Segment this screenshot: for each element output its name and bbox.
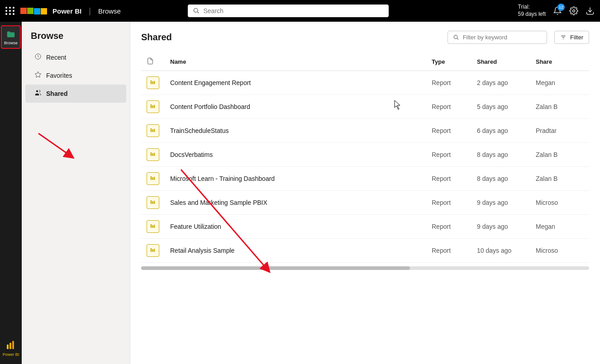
notifications-button[interactable]: 12 [553, 6, 562, 15]
apps-menu-button[interactable] [5, 7, 15, 15]
row-name-cell: Feature Utilization [165, 215, 426, 239]
row-type-cell: Report [426, 215, 471, 239]
row-name-cell: Content Engagement Report [165, 71, 426, 95]
search-input[interactable] [203, 7, 383, 14]
sidebar-item-favorites-label: Favorites [46, 72, 72, 79]
trial-line2: 59 days left [518, 11, 546, 18]
shared-icon [34, 89, 42, 98]
row-type-cell: Report [426, 71, 471, 95]
svg-rect-33 [151, 224, 152, 228]
row-icon-cell [141, 119, 165, 143]
row-shared-cell: 6 days ago [471, 119, 530, 143]
svg-rect-5 [10, 343, 11, 349]
powerbi-logo-icon [5, 340, 16, 351]
main-content-area: Shared Filter [130, 22, 600, 364]
row-icon-cell [141, 239, 165, 263]
svg-rect-17 [154, 81, 155, 84]
sidebar-item-recent[interactable]: Recent [25, 48, 126, 66]
svg-rect-30 [151, 200, 152, 204]
col-header-name[interactable]: Name [165, 53, 426, 71]
svg-rect-28 [152, 177, 153, 180]
filter-button[interactable]: Filter [554, 31, 589, 44]
page-header-title: Shared [141, 32, 172, 43]
table-row[interactable]: Sales and Marketing Sample PBIX Report 9… [141, 191, 589, 215]
svg-rect-22 [152, 129, 153, 132]
search-icon [193, 8, 200, 14]
row-sharedby-cell: Zalan B [530, 167, 589, 191]
horizontal-scrollbar[interactable] [141, 266, 589, 270]
filter-button-label: Filter [570, 34, 583, 41]
row-name-cell: Content Portfolio Dashboard [165, 95, 426, 119]
row-sharedby-cell: Megan [530, 215, 589, 239]
table-row[interactable]: Content Engagement Report Report 2 days … [141, 71, 589, 95]
col-header-icon [141, 53, 165, 71]
row-shared-cell: 8 days ago [471, 143, 530, 167]
table-row[interactable]: Microsoft Learn - Training Dashboard Rep… [141, 167, 589, 191]
report-icon [147, 100, 159, 113]
svg-rect-20 [154, 105, 155, 108]
report-icon [147, 148, 159, 161]
sidebar-item-shared[interactable]: Shared [25, 85, 126, 103]
shared-items-table: Name Type Shared Share [141, 53, 589, 263]
svg-rect-31 [152, 201, 153, 204]
row-shared-cell: 2 days ago [471, 71, 530, 95]
table-row[interactable]: Content Portfolio Dashboard Report 5 day… [141, 95, 589, 119]
row-type-cell: Report [426, 191, 471, 215]
filter-keyword-input[interactable] [463, 34, 541, 41]
row-shared-cell: 9 days ago [471, 215, 530, 239]
row-icon-cell [141, 143, 165, 167]
report-icon [147, 244, 159, 257]
global-search-bar [188, 5, 389, 17]
svg-rect-35 [154, 225, 155, 228]
row-sharedby-cell: Microso [530, 191, 589, 215]
svg-rect-27 [151, 176, 152, 180]
trial-info: Trial: 59 days left [518, 4, 546, 18]
svg-rect-15 [151, 80, 152, 84]
filter-search-icon [453, 34, 459, 41]
page-header: Shared Filter [141, 31, 589, 44]
icon-rail: Browse Power BI [0, 22, 22, 364]
svg-rect-32 [154, 201, 155, 204]
report-icon [147, 124, 159, 137]
table-row[interactable]: Retail Analysis Sample Report 10 days ag… [141, 239, 589, 263]
table-row[interactable]: Feature Utilization Report 9 days ago Me… [141, 215, 589, 239]
table-row[interactable]: TrainScheduleStatus Report 6 days ago Pr… [141, 119, 589, 143]
sidebar-item-shared-label: Shared [46, 90, 67, 97]
row-icon-cell [141, 191, 165, 215]
row-icon-cell [141, 167, 165, 191]
col-header-shared[interactable]: Shared [471, 53, 530, 71]
report-icon [147, 220, 159, 233]
svg-rect-29 [154, 177, 155, 180]
svg-line-11 [457, 38, 458, 39]
col-header-type[interactable]: Type [426, 53, 471, 71]
notification-badge: 12 [557, 4, 565, 11]
rail-browse-button[interactable]: Browse [1, 25, 21, 49]
svg-marker-8 [35, 71, 41, 77]
row-name-cell: Sales and Marketing Sample PBIX [165, 191, 426, 215]
table-row[interactable]: DocsVerbatims Report 8 days ago Zalan B [141, 143, 589, 167]
svg-rect-26 [154, 153, 155, 156]
row-shared-cell: 8 days ago [471, 167, 530, 191]
row-shared-cell: 5 days ago [471, 95, 530, 119]
svg-point-10 [454, 35, 457, 38]
row-sharedby-cell: Zalan B [530, 95, 589, 119]
row-type-cell: Report [426, 95, 471, 119]
col-header-sharedby[interactable]: Share [530, 53, 589, 71]
row-type-cell: Report [426, 239, 471, 263]
svg-rect-16 [152, 81, 153, 84]
svg-rect-36 [151, 248, 152, 252]
filter-lines-icon [560, 34, 567, 41]
svg-rect-6 [12, 341, 14, 349]
row-icon-cell [141, 215, 165, 239]
sidebar-item-favorites[interactable]: Favorites [25, 66, 126, 85]
filter-keyword-box [448, 31, 547, 44]
row-sharedby-cell: Megan [530, 71, 589, 95]
svg-line-1 [198, 12, 199, 13]
settings-button[interactable] [569, 6, 578, 15]
download-button[interactable] [586, 6, 595, 15]
nav-separator: | [89, 6, 91, 16]
svg-rect-37 [152, 249, 153, 252]
svg-point-9 [36, 90, 38, 92]
svg-rect-38 [154, 249, 155, 252]
top-navigation: Power BI | Browse Trial: 59 days left 12 [0, 0, 600, 22]
